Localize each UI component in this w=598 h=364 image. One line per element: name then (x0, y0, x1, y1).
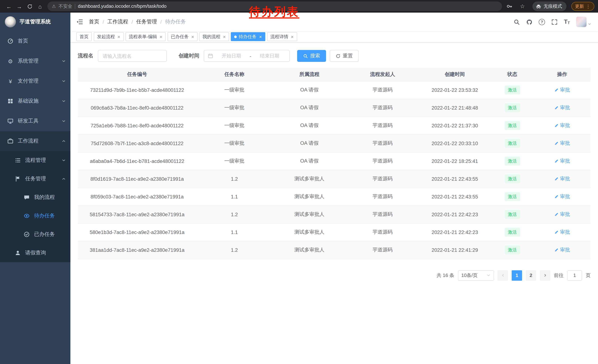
page-size-select[interactable]: 10条/页 (458, 270, 494, 281)
close-tab-icon[interactable]: × (191, 34, 194, 39)
sidebar-item-done-tasks[interactable]: 已办任务 (0, 225, 70, 244)
edit-icon (554, 105, 558, 110)
back-icon[interactable]: ← (4, 1, 14, 11)
task-id: 8f059c03-7ac8-11ec-a9e2-a2380e71991a (78, 188, 196, 205)
sidebar-item-devtools[interactable]: 研发工具 (0, 111, 70, 131)
tab-form-edit[interactable]: 流程表单-编辑 × (125, 32, 166, 41)
reset-button[interactable]: 重置 (330, 50, 359, 62)
goto-page-input[interactable] (567, 270, 582, 281)
breadcrumb-item[interactable]: 工作流程 (108, 18, 128, 25)
edit-icon (554, 212, 558, 217)
tab-done-tasks[interactable]: 已办任务 × (167, 32, 197, 41)
breadcrumb-separator: / (103, 19, 104, 25)
chevron-down-icon (61, 59, 66, 63)
home-icon[interactable]: ⌂ (35, 1, 45, 11)
col-initiator: 流程发起人 (346, 68, 419, 81)
initiator: 芋道源码 (346, 81, 419, 99)
sidebar-item-my-process[interactable]: 我的流程 (0, 188, 70, 207)
tab-todo-tasks[interactable]: 待办任务 × (231, 32, 265, 41)
reload-icon[interactable] (25, 1, 35, 11)
approve-link[interactable]: 审批 (554, 122, 570, 129)
breadcrumb-item-current: 待办任务 (165, 18, 186, 25)
incognito-label: 无痕模式 (544, 3, 562, 9)
sidebar-item-todo-tasks[interactable]: 待办任务 (0, 207, 70, 225)
browser-menu-icon[interactable]: ⋮ (586, 4, 590, 9)
browser-update-button[interactable]: 更新 ⋮ (571, 2, 594, 11)
close-tab-icon[interactable]: × (223, 34, 226, 39)
close-tab-icon[interactable]: × (259, 34, 262, 39)
task-id: 58154733-7ac8-11ec-a9e2-a2380e71991a (78, 205, 196, 223)
process-name-input[interactable] (98, 50, 167, 62)
sidebar-item-system[interactable]: ⚙ 系统管理 (0, 51, 70, 71)
status-badge: 激活 (505, 245, 520, 254)
approve-link[interactable]: 审批 (554, 176, 570, 182)
tab-my-process[interactable]: 我的流程 × (199, 32, 229, 41)
close-tab-icon[interactable]: × (291, 34, 294, 39)
breadcrumb-item[interactable]: 首页 (89, 18, 99, 25)
next-page-button[interactable] (540, 270, 550, 281)
task-id: 381aa1dd-7ac8-11ec-a9e2-a2380e71991a (78, 241, 196, 259)
initiator: 芋道源码 (346, 205, 419, 223)
user-menu[interactable] (576, 17, 591, 27)
fullscreen-icon[interactable] (551, 19, 558, 25)
update-label: 更新 (575, 3, 584, 9)
avatar[interactable] (576, 17, 587, 27)
prev-page-button[interactable] (498, 270, 508, 281)
created-time: 2022-01-21 22:43:55 (419, 188, 491, 205)
approve-link[interactable]: 审批 (554, 158, 570, 164)
chevron-down-icon (61, 119, 66, 123)
list-icon (15, 157, 21, 163)
sidebar-item-payment[interactable]: ¥ 支付管理 (0, 71, 70, 91)
status-badge: 激活 (505, 174, 520, 183)
approve-link[interactable]: 审批 (554, 87, 570, 93)
initiator: 芋道源码 (346, 188, 419, 205)
status-badge: 激活 (505, 192, 520, 201)
sidebar-item-label: 已办任务 (34, 231, 55, 238)
approve-link[interactable]: 审批 (554, 247, 570, 253)
task-name: 1.2 (196, 205, 272, 223)
created-time: 2022-01-21 22:42:23 (419, 223, 491, 241)
sidebar-item-workflow[interactable]: 工作流程 (0, 131, 70, 151)
tab-process-detail[interactable]: 流程详情 × (267, 32, 297, 41)
github-icon[interactable] (526, 19, 532, 25)
task-id: 8f0d1619-7ac8-11ec-a9e2-a2380e71991a (78, 170, 196, 188)
sidebar-item-leave-query[interactable]: 请假查询 (0, 244, 70, 262)
approve-link[interactable]: 审批 (554, 193, 570, 200)
incognito-badge: 无痕模式 (532, 1, 566, 11)
chevron-up-icon (61, 139, 66, 143)
sidebar-item-process-mgmt[interactable]: 流程管理 (0, 151, 70, 170)
tab-start-process[interactable]: 发起流程 × (94, 32, 124, 41)
approve-link[interactable]: 审批 (554, 105, 570, 111)
not-secure-icon: ⚠ (52, 4, 56, 9)
font-size-icon[interactable]: T T (564, 19, 570, 25)
col-created: 创建时间 (419, 68, 491, 81)
forward-icon[interactable]: → (14, 1, 25, 11)
breadcrumb-item[interactable]: 任务管理 (136, 18, 157, 25)
task-name: 1.2 (196, 170, 272, 188)
date-range-picker[interactable]: 开始日期 - 结束日期 (204, 50, 290, 62)
chat-icon (24, 194, 30, 200)
task-name: 一级审批 (196, 99, 272, 117)
bookmark-star-icon[interactable]: ☆ (517, 1, 528, 11)
created-time: 2022-01-22 23:53:32 (419, 81, 491, 99)
sidebar-collapse-icon[interactable] (70, 18, 89, 25)
approve-link[interactable]: 审批 (554, 140, 570, 147)
initiator: 芋道源码 (346, 223, 419, 241)
close-tab-icon[interactable]: × (159, 34, 162, 39)
grid-icon (8, 98, 13, 104)
search-button[interactable]: 搜索 (297, 50, 326, 62)
sidebar-item-home[interactable]: 首页 (0, 31, 70, 51)
help-icon[interactable]: ? (539, 19, 545, 25)
approve-link[interactable]: 审批 (554, 211, 570, 218)
approve-link[interactable]: 审批 (554, 229, 570, 235)
tab-home[interactable]: 首页 (76, 32, 92, 41)
task-id: 725a1eb6-7b88-11ec-8ef0-acde48001122 (78, 117, 196, 134)
sidebar-item-infra[interactable]: 基础设施 (0, 91, 70, 111)
search-icon[interactable] (514, 19, 520, 25)
sidebar-item-label: 待办任务 (34, 212, 55, 219)
page-number-2[interactable]: 2 (526, 270, 536, 281)
page-number-1[interactable]: 1 (512, 270, 522, 281)
password-key-icon[interactable] (507, 3, 512, 9)
close-tab-icon[interactable]: × (117, 34, 120, 39)
sidebar-item-task-mgmt[interactable]: 任务管理 (0, 170, 70, 188)
